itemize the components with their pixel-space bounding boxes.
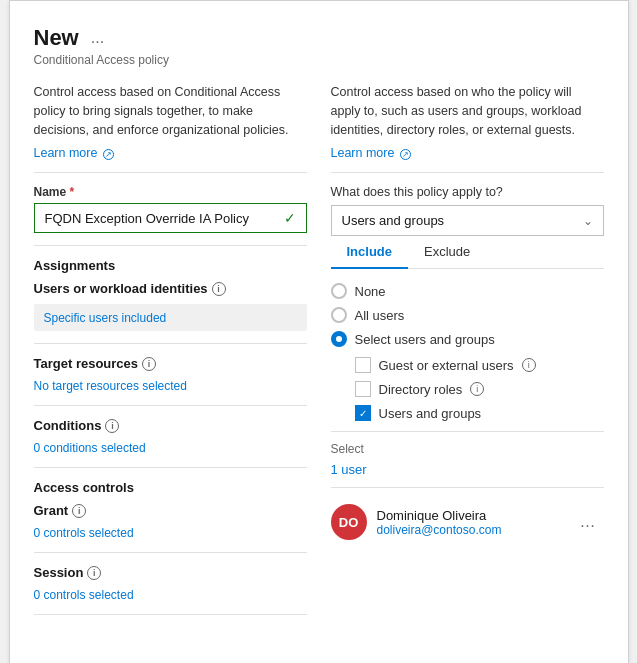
radio-circle-select-users (331, 331, 347, 347)
checkbox-directory-roles[interactable]: Directory roles i (355, 381, 604, 397)
target-section-title: Target resources i (34, 356, 307, 371)
users-info-icon: i (212, 282, 226, 296)
card-header: New ... Conditional Access policy (34, 25, 604, 67)
right-learn-more-icon: ↗ (400, 149, 411, 160)
left-learn-more-link[interactable]: Learn more (34, 146, 98, 160)
right-divider-1 (331, 172, 604, 173)
card-title-row: New ... (34, 25, 604, 51)
policy-dropdown-value: Users and groups (342, 213, 445, 228)
checkbox-label-directory: Directory roles (379, 382, 463, 397)
user-item: DO Dominique Oliveira doliveira@contoso.… (331, 498, 604, 546)
checkbox-label-guest: Guest or external users (379, 358, 514, 373)
user-left: DO Dominique Oliveira doliveira@contoso.… (331, 504, 502, 540)
session-value[interactable]: 0 controls selected (34, 588, 307, 602)
radio-label-select-users: Select users and groups (355, 332, 495, 347)
conditions-info-icon: i (105, 419, 119, 433)
tab-include[interactable]: Include (331, 236, 409, 269)
grant-section: Grant i 0 controls selected (34, 503, 307, 540)
users-assignment-value: Specific users included (44, 311, 167, 325)
radio-label-all-users: All users (355, 308, 405, 323)
radio-label-none: None (355, 284, 386, 299)
radio-none[interactable]: None (331, 283, 604, 299)
user-divider (331, 487, 604, 488)
name-form-group: Name * FQDN Exception Override IA Policy… (34, 185, 307, 233)
radio-select-users[interactable]: Select users and groups (331, 331, 604, 347)
required-star: * (70, 185, 75, 199)
page-subtitle: Conditional Access policy (34, 53, 604, 67)
left-description: Control access based on Conditional Acce… (34, 83, 307, 139)
divider-3 (34, 343, 307, 344)
directory-info-icon: i (470, 382, 484, 396)
grant-value[interactable]: 0 controls selected (34, 526, 307, 540)
radio-circle-none (331, 283, 347, 299)
users-section: Users or workload identities i Specific … (34, 281, 307, 331)
policy-apply-label: What does this policy apply to? (331, 185, 604, 199)
divider-2 (34, 245, 307, 246)
radio-circle-all-users (331, 307, 347, 323)
divider-6 (34, 552, 307, 553)
conditions-value[interactable]: 0 conditions selected (34, 441, 307, 455)
access-controls-title: Access controls (34, 480, 307, 495)
user-details: Dominique Oliveira doliveira@contoso.com (377, 508, 502, 537)
divider-7 (34, 614, 307, 615)
users-section-title: Users or workload identities i (34, 281, 307, 296)
divider-5 (34, 467, 307, 468)
checkbox-box-guest (355, 357, 371, 373)
conditions-section: Conditions i 0 conditions selected (34, 418, 307, 455)
policy-dropdown[interactable]: Users and groups ⌄ (331, 205, 604, 236)
input-check-icon: ✓ (284, 210, 296, 226)
user-name: Dominique Oliveira (377, 508, 502, 523)
user-count[interactable]: 1 user (331, 462, 604, 477)
checkbox-box-users-groups: ✓ (355, 405, 371, 421)
chevron-down-icon: ⌄ (583, 214, 593, 228)
session-section-title: Session i (34, 565, 307, 580)
checkbox-guest-external[interactable]: Guest or external users i (355, 357, 604, 373)
main-content: Control access based on Conditional Acce… (34, 83, 604, 627)
grant-section-title: Grant i (34, 503, 307, 518)
name-input-value: FQDN Exception Override IA Policy (45, 211, 249, 226)
name-input-display[interactable]: FQDN Exception Override IA Policy ✓ (34, 203, 307, 233)
user-menu-button[interactable]: … (572, 509, 604, 535)
right-description: Control access based on who the policy w… (331, 83, 604, 139)
grant-info-icon: i (72, 504, 86, 518)
page-title: New (34, 25, 79, 51)
radio-all-users[interactable]: All users (331, 307, 604, 323)
name-label: Name * (34, 185, 307, 199)
select-label: Select (331, 442, 604, 456)
divider-4 (34, 405, 307, 406)
session-info-icon: i (87, 566, 101, 580)
tab-exclude[interactable]: Exclude (408, 236, 486, 269)
main-card: New ... Conditional Access policy Contro… (9, 0, 629, 663)
avatar: DO (331, 504, 367, 540)
left-panel: Control access based on Conditional Acce… (34, 83, 307, 627)
target-section: Target resources i No target resources s… (34, 356, 307, 393)
checkbox-group: Guest or external users i Directory role… (355, 357, 604, 421)
session-section: Session i 0 controls selected (34, 565, 307, 602)
ellipsis-button[interactable]: ... (87, 27, 108, 49)
target-info-icon: i (142, 357, 156, 371)
left-learn-more-icon: ↗ (103, 149, 114, 160)
target-no-resource[interactable]: No target resources selected (34, 379, 307, 393)
conditions-section-title: Conditions i (34, 418, 307, 433)
checkbox-label-users-groups: Users and groups (379, 406, 482, 421)
users-assignment-row[interactable]: Specific users included (34, 304, 307, 331)
select-divider (331, 431, 604, 432)
checkbox-box-directory (355, 381, 371, 397)
radio-group: None All users Select users and groups (331, 283, 604, 347)
right-panel: Control access based on who the policy w… (331, 83, 604, 627)
assignments-title: Assignments (34, 258, 307, 273)
checkbox-users-groups[interactable]: ✓ Users and groups (355, 405, 604, 421)
user-email[interactable]: doliveira@contoso.com (377, 523, 502, 537)
divider-1 (34, 172, 307, 173)
right-learn-more-link[interactable]: Learn more (331, 146, 395, 160)
include-exclude-tabs: Include Exclude (331, 236, 604, 269)
guest-info-icon: i (522, 358, 536, 372)
